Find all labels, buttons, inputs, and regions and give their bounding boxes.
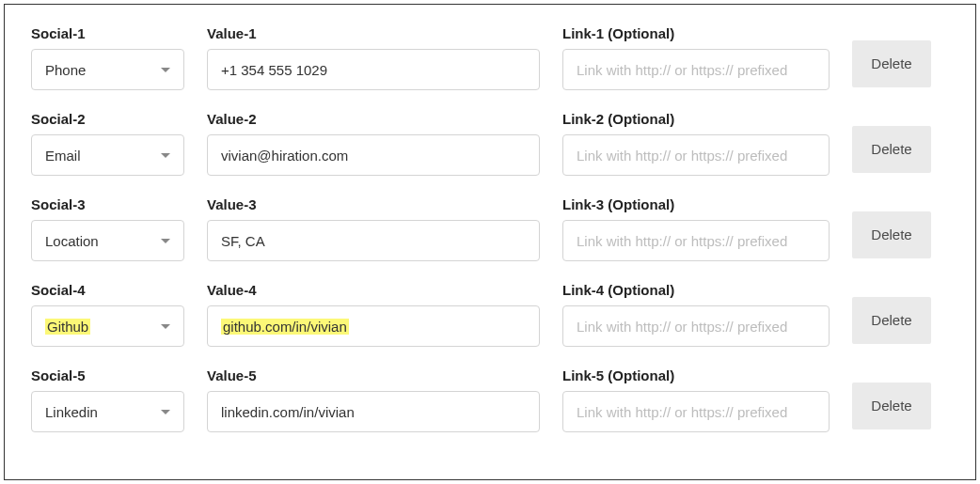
social-select[interactable]: Github — [31, 305, 184, 347]
link-input[interactable] — [562, 305, 830, 347]
link-label: Link-2 (Optional) — [562, 111, 830, 127]
value-input[interactable]: github.com/in/vivian — [207, 305, 540, 347]
social-label: Social-5 — [31, 367, 184, 383]
value-input[interactable] — [207, 134, 540, 176]
social-label: Social-1 — [31, 25, 184, 41]
highlight-marker: Github — [45, 319, 90, 335]
social-select[interactable]: Phone — [31, 49, 184, 90]
link-label: Link-4 (Optional) — [562, 282, 830, 298]
social-select[interactable]: Email — [31, 134, 184, 176]
social-label: Social-2 — [31, 111, 184, 127]
value-input[interactable] — [207, 49, 540, 90]
delete-button[interactable]: Delete — [852, 297, 931, 344]
social-label: Social-3 — [31, 196, 184, 212]
social-row: Social-3 Location Value-3 Link-3 (Option… — [31, 196, 949, 261]
social-select-value: Linkedin — [45, 404, 153, 420]
social-row: Social-2 Email Value-2 Link-2 (Optional)… — [31, 111, 949, 176]
link-input[interactable] — [562, 134, 830, 176]
delete-button[interactable]: Delete — [852, 211, 931, 258]
social-select-value: Github — [45, 319, 153, 335]
social-select-value: Phone — [45, 62, 153, 78]
chevron-down-icon — [161, 410, 170, 414]
chevron-down-icon — [161, 153, 170, 158]
social-label: Social-4 — [31, 282, 184, 298]
value-label: Value-2 — [207, 111, 540, 127]
link-label: Link-1 (Optional) — [562, 25, 830, 41]
value-label: Value-3 — [207, 196, 540, 212]
social-select-value: Email — [45, 148, 153, 164]
social-select[interactable]: Linkedin — [31, 391, 184, 432]
chevron-down-icon — [161, 239, 170, 243]
social-row: Social-5 Linkedin Value-5 Link-5 (Option… — [31, 367, 949, 432]
highlight-marker: github.com/in/vivian — [221, 319, 349, 335]
link-label: Link-3 (Optional) — [562, 196, 830, 212]
chevron-down-icon — [161, 324, 170, 329]
social-row: Social-4 Github Value-4 github.com/in/vi… — [31, 282, 949, 347]
value-label: Value-1 — [207, 25, 540, 41]
value-input[interactable] — [207, 220, 540, 261]
value-label: Value-5 — [207, 367, 540, 383]
delete-button[interactable]: Delete — [852, 40, 931, 87]
link-input[interactable] — [562, 391, 830, 432]
value-input[interactable] — [207, 391, 540, 432]
value-label: Value-4 — [207, 282, 540, 298]
chevron-down-icon — [161, 68, 170, 72]
social-row: Social-1 Phone Value-1 Link-1 (Optional)… — [31, 25, 949, 90]
link-input[interactable] — [562, 220, 830, 261]
link-label: Link-5 (Optional) — [562, 367, 830, 383]
link-input[interactable] — [562, 49, 830, 90]
social-select-value: Location — [45, 233, 153, 249]
delete-button[interactable]: Delete — [852, 383, 931, 429]
social-links-form: Social-1 Phone Value-1 Link-1 (Optional)… — [4, 4, 976, 480]
social-select[interactable]: Location — [31, 220, 184, 261]
delete-button[interactable]: Delete — [852, 126, 931, 173]
